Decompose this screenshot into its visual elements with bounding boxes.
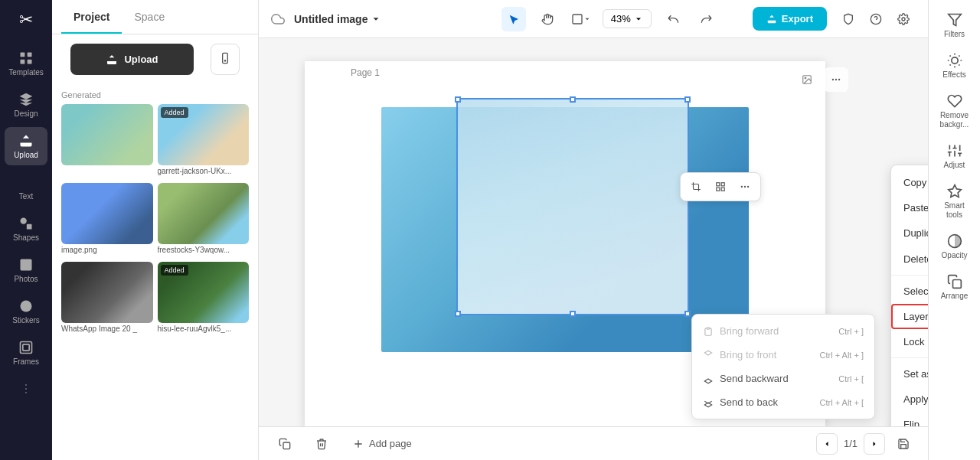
panel-sidebar: Project Space Upload Generated Added: [52, 0, 259, 460]
svg-rect-1: [28, 53, 32, 57]
list-item[interactable]: WhatsApp Image 20 _: [61, 262, 153, 333]
select-tool-button[interactable]: [501, 7, 526, 31]
menu-item-duplicate[interactable]: Duplicate Ctrl+D: [891, 220, 928, 246]
add-page-button[interactable]: Add page: [345, 433, 420, 455]
image-icon: [802, 74, 812, 85]
delete-page-button[interactable]: [308, 433, 335, 455]
send-backward-icon: [703, 374, 714, 384]
image-thumb-man[interactable]: [61, 262, 153, 323]
next-page-button[interactable]: [864, 433, 885, 455]
menu-item-set-background[interactable]: Set as background: [891, 361, 928, 387]
menu-divider-2: [891, 357, 928, 358]
svg-point-11: [25, 388, 27, 390]
sidebar-item-label: Text: [19, 192, 33, 201]
crop-tool-button[interactable]: [685, 176, 707, 197]
image-thumb-dog[interactable]: [61, 104, 153, 165]
upload-button[interactable]: Upload: [70, 44, 194, 75]
menu-item-flip[interactable]: Flip ›: [891, 412, 928, 426]
tab-space[interactable]: Space: [122, 0, 177, 34]
list-item[interactable]: [61, 104, 153, 175]
frame-tool-button[interactable]: [569, 7, 593, 31]
main-area: Untitled image 43%: [259, 0, 928, 460]
zoom-button[interactable]: 43%: [603, 9, 652, 28]
list-item[interactable]: image.png: [61, 183, 153, 254]
added-badge: Added: [161, 107, 188, 118]
smart-tools-icon: [947, 184, 962, 199]
redo-button[interactable]: [694, 7, 719, 31]
right-tool-adjust[interactable]: Adjust: [933, 137, 977, 176]
shield-button[interactable]: [836, 7, 861, 31]
undo-button[interactable]: [661, 7, 685, 31]
crop-icon: [691, 181, 701, 192]
menu-item-lock[interactable]: Lock: [891, 329, 928, 354]
image-thumb-person[interactable]: [61, 183, 153, 244]
svg-rect-24: [717, 183, 720, 186]
sidebar-item-photos[interactable]: Photos: [5, 251, 47, 289]
list-item[interactable]: freestocks-Y3wqow...: [158, 183, 250, 254]
sidebar-item-label: Templates: [8, 68, 44, 77]
menu-item-send-backward[interactable]: Send backward Ctrl + [: [692, 367, 874, 390]
menu-item-bring-to-front[interactable]: Bring to front Ctrl + Alt + ]: [692, 343, 874, 367]
menu-item-bring-forward[interactable]: Bring forward Ctrl + ]: [692, 319, 874, 343]
right-tool-remove-bg[interactable]: Remove backgr...: [933, 87, 977, 135]
menu-item-color-theme[interactable]: Apply color theme: [891, 387, 928, 412]
sidebar-item-more[interactable]: [5, 375, 47, 403]
page-navigation: 1/1: [816, 432, 916, 456]
hand-tool-button[interactable]: [535, 7, 560, 31]
canvas-wrapper[interactable]: Page 1: [259, 38, 928, 426]
sidebar-item-stickers[interactable]: Stickers: [5, 292, 47, 331]
right-tool-effects[interactable]: Effects: [933, 47, 977, 86]
canvas-more-icon[interactable]: [824, 67, 848, 92]
design-icon: [18, 92, 34, 107]
image-grid-generated: Added garrett-jackson-UKx...: [61, 104, 249, 175]
right-tool-smart-tools[interactable]: Smart tools: [933, 178, 977, 226]
document-title[interactable]: Untitled image: [294, 13, 381, 25]
image-grid-3: WhatsApp Image 20 _ Added hisu-lee-ruuAg…: [61, 262, 249, 333]
list-item[interactable]: Added garrett-jackson-UKx...: [158, 104, 250, 175]
more-tool-button[interactable]: [734, 176, 756, 197]
upload-icon-btn: [106, 54, 118, 66]
sidebar-item-frames[interactable]: Frames: [5, 334, 47, 372]
ellipsis-icon: [831, 74, 841, 85]
svg-rect-0: [21, 53, 25, 57]
duplicate-page-button[interactable]: [271, 433, 299, 455]
prev-page-button[interactable]: [816, 433, 838, 455]
menu-item-send-to-back[interactable]: Send to back Ctrl + Alt + [: [692, 390, 874, 414]
list-item[interactable]: Added hisu-lee-ruuAgvlk5_...: [158, 262, 250, 333]
image-thumb-nature[interactable]: [158, 183, 250, 244]
bring-forward-icon: [703, 326, 714, 337]
sidebar-item-shapes[interactable]: Shapes: [5, 210, 47, 248]
canvas-image-icon[interactable]: [795, 67, 819, 92]
menu-item-layer-arrangement[interactable]: Layer arrangement ›: [891, 304, 928, 329]
arrange-icon: [947, 274, 962, 289]
settings-button[interactable]: [891, 7, 916, 31]
right-tool-arrange[interactable]: Arrange: [933, 268, 977, 307]
redo-icon: [701, 13, 713, 25]
sidebar-item-label: Upload: [14, 151, 38, 159]
tab-project[interactable]: Project: [61, 0, 122, 34]
canvas-image-layer-2[interactable]: [458, 100, 688, 314]
menu-item-delete[interactable]: Delete ⌫: [891, 246, 928, 272]
sidebar-item-label: Design: [14, 109, 38, 118]
chevron-left-icon: [822, 439, 831, 449]
menu-item-select-layer[interactable]: Select layer ›: [891, 279, 928, 304]
sidebar-item-templates[interactable]: Templates: [5, 44, 47, 83]
svg-marker-33: [948, 15, 961, 26]
help-button[interactable]: [864, 7, 888, 31]
svg-point-29: [744, 186, 746, 188]
right-tool-opacity[interactable]: Opacity: [933, 227, 977, 266]
right-tool-filters[interactable]: Filters: [933, 6, 977, 45]
menu-item-copy[interactable]: Copy Ctrl + C: [891, 170, 928, 195]
layout-tool-button[interactable]: [710, 176, 731, 197]
sidebar-item-text[interactable]: Text: [5, 168, 47, 207]
menu-item-paste[interactable]: Paste Ctrl + V: [891, 195, 928, 220]
shapes-icon: [18, 216, 34, 231]
save-button[interactable]: [891, 432, 916, 456]
sidebar-item-design[interactable]: Design: [5, 86, 47, 124]
menu-divider-1: [891, 275, 928, 276]
phone-button[interactable]: [211, 44, 240, 75]
stickers-icon: [18, 299, 34, 314]
sidebar-item-upload[interactable]: Upload: [5, 127, 47, 165]
export-button[interactable]: Export: [753, 7, 827, 31]
adjust-icon: [947, 143, 962, 158]
